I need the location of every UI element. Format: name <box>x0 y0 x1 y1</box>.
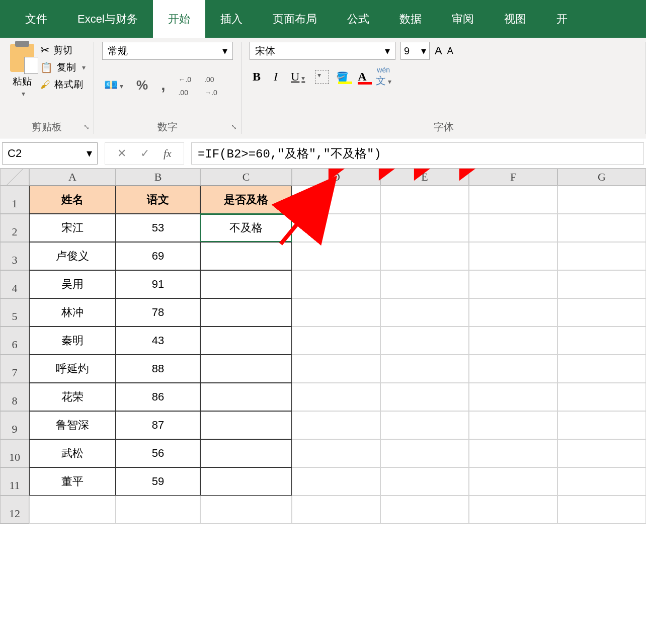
select-all-corner[interactable] <box>0 169 29 186</box>
cell[interactable] <box>469 298 557 327</box>
cell[interactable]: 秦明 <box>29 327 116 355</box>
cell[interactable] <box>557 355 646 383</box>
comma-button[interactable]: , <box>159 74 167 96</box>
shrink-font-button[interactable]: A <box>447 46 453 56</box>
cell[interactable] <box>292 496 380 524</box>
cell[interactable]: 56 <box>116 439 200 467</box>
row-header[interactable]: 1 <box>0 186 29 214</box>
cell[interactable] <box>29 496 116 524</box>
cell[interactable] <box>292 298 380 327</box>
cell[interactable] <box>292 467 380 496</box>
percent-button[interactable]: % <box>134 75 150 95</box>
name-box[interactable]: C2 ▾ <box>2 142 98 165</box>
cell[interactable] <box>116 496 200 524</box>
font-size-select[interactable]: 9 ▾ <box>400 42 430 60</box>
column-header[interactable]: A <box>29 169 116 186</box>
underline-button[interactable]: U <box>288 69 308 85</box>
cell[interactable] <box>292 383 380 411</box>
cell[interactable] <box>292 214 380 242</box>
increase-decimal-button[interactable] <box>176 70 193 100</box>
cell[interactable] <box>557 496 646 524</box>
row-header[interactable]: 11 <box>0 467 29 496</box>
italic-button[interactable]: I <box>271 69 281 85</box>
cell[interactable] <box>380 467 469 496</box>
cell[interactable] <box>557 383 646 411</box>
cell[interactable] <box>292 411 380 439</box>
cell[interactable]: 86 <box>116 383 200 411</box>
cell[interactable] <box>200 496 292 524</box>
column-header[interactable]: G <box>557 169 646 186</box>
cell[interactable]: 69 <box>116 242 200 270</box>
cell[interactable]: 53 <box>116 214 200 242</box>
cell[interactable] <box>292 270 380 298</box>
cell[interactable] <box>200 298 292 327</box>
cell[interactable]: 董平 <box>29 467 116 496</box>
cell[interactable] <box>200 411 292 439</box>
cell[interactable]: 是否及格 <box>200 186 292 214</box>
font-name-select[interactable]: 宋体 ▾ <box>250 42 395 60</box>
tab-view[interactable]: 视图 <box>489 0 541 38</box>
clipboard-launcher[interactable]: ⤡ <box>84 123 90 131</box>
cell[interactable] <box>469 355 557 383</box>
cell[interactable] <box>380 270 469 298</box>
cell[interactable] <box>469 214 557 242</box>
column-header[interactable]: D <box>292 169 380 186</box>
cell[interactable] <box>469 439 557 467</box>
cell[interactable] <box>557 242 646 270</box>
cell[interactable] <box>380 383 469 411</box>
cell[interactable] <box>380 411 469 439</box>
tab-developer[interactable]: 开 <box>541 0 583 38</box>
cell[interactable]: 43 <box>116 327 200 355</box>
cell[interactable] <box>469 496 557 524</box>
row-header[interactable]: 6 <box>0 327 29 355</box>
cell[interactable]: 花荣 <box>29 383 116 411</box>
tab-excel-finance[interactable]: Excel与财务 <box>62 0 153 38</box>
row-header[interactable]: 8 <box>0 383 29 411</box>
cell[interactable] <box>200 467 292 496</box>
cell[interactable] <box>380 496 469 524</box>
cell[interactable]: 78 <box>116 298 200 327</box>
column-header[interactable]: E <box>380 169 469 186</box>
cell[interactable]: 88 <box>116 355 200 383</box>
tab-review[interactable]: 审阅 <box>437 0 489 38</box>
currency-button[interactable] <box>102 76 125 94</box>
column-header[interactable]: F <box>469 169 557 186</box>
cell[interactable] <box>380 327 469 355</box>
cell[interactable] <box>380 298 469 327</box>
cell[interactable]: 87 <box>116 411 200 439</box>
fill-color-button[interactable] <box>336 71 349 83</box>
font-color-button[interactable]: A <box>356 70 368 84</box>
fx-button[interactable]: fx <box>158 147 177 160</box>
number-format-select[interactable]: 常规 ▾ <box>102 42 233 60</box>
cell[interactable] <box>292 242 380 270</box>
cell[interactable] <box>469 327 557 355</box>
cell[interactable] <box>557 439 646 467</box>
row-header[interactable]: 9 <box>0 411 29 439</box>
cell[interactable]: 武松 <box>29 439 116 467</box>
cell[interactable]: 不及格 <box>200 214 292 242</box>
tab-home[interactable]: 开始 <box>153 0 205 38</box>
cell[interactable] <box>557 214 646 242</box>
column-header[interactable]: C <box>200 169 292 186</box>
row-header[interactable]: 12 <box>0 496 29 524</box>
row-header[interactable]: 7 <box>0 355 29 383</box>
cell[interactable] <box>557 327 646 355</box>
copy-button[interactable]: 复制 <box>40 61 86 74</box>
row-header[interactable]: 3 <box>0 242 29 270</box>
cell[interactable]: 姓名 <box>29 186 116 214</box>
cell[interactable] <box>200 270 292 298</box>
format-painter-button[interactable]: 格式刷 <box>40 78 86 91</box>
cell[interactable] <box>200 355 292 383</box>
cut-button[interactable]: 剪切 <box>40 44 86 57</box>
tab-data[interactable]: 数据 <box>384 0 437 38</box>
cell[interactable] <box>292 439 380 467</box>
cell[interactable] <box>380 439 469 467</box>
cancel-formula-button[interactable]: ✕ <box>112 147 131 160</box>
phonetic-button[interactable]: wén文 <box>376 66 391 88</box>
cell[interactable]: 91 <box>116 270 200 298</box>
paste-button[interactable]: 粘贴 <box>8 42 36 100</box>
cell[interactable] <box>380 186 469 214</box>
cell[interactable] <box>557 298 646 327</box>
cell[interactable] <box>469 270 557 298</box>
tab-formulas[interactable]: 公式 <box>332 0 384 38</box>
